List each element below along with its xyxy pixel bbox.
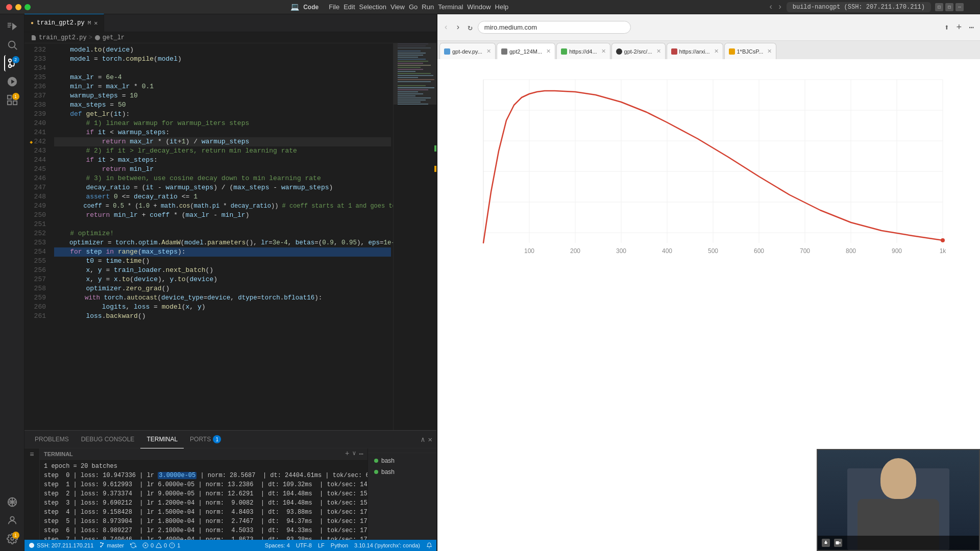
browser-tab-github[interactable]: gpt-2/src/... ✕ [611,43,666,59]
terminal-line-0: step 0 | loss: 10.947336 | lr 3.0000e-05… [44,471,363,480]
help-menu[interactable]: Help [495,3,509,11]
browser-add-tab-icon[interactable]: + [954,20,964,35]
browser-tab-close-6[interactable]: ✕ [767,48,772,55]
status-language[interactable]: Python [331,542,348,548]
video-camera-icon[interactable] [834,539,842,547]
run-menu[interactable]: Run [422,3,434,11]
maximize-button[interactable] [24,4,31,10]
browser-tab-close-3[interactable]: ✕ [601,48,606,55]
split-terminal-icon[interactable]: ∨ [352,449,356,458]
code-editor: 232 233 234 235 236 237 238 239 240 241 … [24,43,436,430]
layout-icon[interactable]: ⊡ [935,3,943,11]
sidebar-item-search[interactable] [4,37,20,53]
panel-tab-problems[interactable]: PROBLEMS [29,431,75,448]
file-menu[interactable]: File [329,3,339,11]
sidebar-item-source-control[interactable]: 2 [4,55,20,71]
sidebar-item-account[interactable] [4,512,20,529]
app-icon: 💻 [290,3,299,11]
status-sync[interactable] [130,542,136,548]
browser-tab-close[interactable]: ✕ [486,48,491,55]
nav-forward-btn[interactable]: › [777,3,782,12]
browser-tab-close-2[interactable]: ✕ [546,48,551,55]
status-errors[interactable]: 0 0 1 [142,542,180,548]
selection-menu[interactable]: Selection [359,3,386,11]
add-terminal-icon[interactable]: + [345,449,349,458]
code-line-236: min_lr = max_lr * 0.1 [54,82,391,91]
svg-text:500: 500 [708,247,718,255]
terminal-session-1[interactable]: bash [368,455,436,466]
browser-tab-close-4[interactable]: ✕ [656,48,661,55]
browser-back-icon[interactable]: ‹ [442,21,451,34]
browser-tab-close-5[interactable]: ✕ [714,48,719,55]
status-encoding[interactable]: UTF-8 [296,542,312,548]
terminal-session-dot [374,470,378,474]
panel-tab-debug-console[interactable]: DEBUG CONSOLE [75,431,141,448]
window-menu[interactable]: Window [467,3,491,11]
terminal-output[interactable]: TERMINAL + ∨ ⋯ 1 epoch = 20 batches step… [40,448,368,540]
line-number: 238 [24,101,46,110]
browser-tab-img[interactable]: 1*BJCsP... ✕ [724,43,777,59]
panel-tab-terminal[interactable]: TERMINAL [140,431,184,448]
traffic-lights [6,4,31,10]
code-line-254: for step in range(max_steps): [54,247,391,257]
terminal-log-icon[interactable]: ≡ [30,450,34,459]
status-remote[interactable]: SSH: 207.211.170.211 [29,542,93,548]
address-bar[interactable]: build-nanogpt (SSH: 207.211.170.211) [787,2,931,12]
breadcrumb-symbol[interactable]: get_lr [103,34,125,41]
sidebar-item-extensions[interactable]: 1 [4,92,20,108]
more-icon[interactable]: ⋯ [955,3,964,11]
chevron-up-icon[interactable]: ∧ [421,435,425,444]
browser-tab-icon-img [729,48,735,55]
browser-url-bar[interactable]: miro.medium.com [478,21,631,34]
sidebar-item-explorer[interactable] [4,18,20,35]
browser-tab-arxiv[interactable]: https://arxi... ✕ [667,43,723,59]
browser-forward-icon[interactable]: › [454,21,463,34]
terminal-content[interactable]: 1 epoch = 20 batches step 0 | loss: 10.9… [40,460,368,540]
code-line-260: logits, loss = model(x, y) [54,303,391,312]
terminal-more-icon[interactable]: ⋯ [359,449,363,458]
breadcrumb-file[interactable]: train_gpt2.py [39,34,87,41]
terminal-session-2-label: bash [381,468,395,475]
terminal-session-2[interactable]: bash [368,466,436,478]
status-branch[interactable]: master [100,542,124,548]
sidebar-item-remote-explorer[interactable] [4,494,20,510]
line-number: 239 [24,110,46,119]
tab-close-icon[interactable]: ✕ [94,19,97,27]
terminal-line-6: step 6 | loss: 8.989227 | lr 2.1000e-04 … [44,526,363,535]
browser-tab-gptdev[interactable]: gpt-dev.py... ✕ [439,43,496,59]
video-mic-icon[interactable] [822,539,830,547]
browser-tab-gpt2-124m[interactable]: gpt2_124M... ✕ [497,43,555,59]
status-branch-label: master [107,542,124,548]
sidebar-item-settings[interactable]: 1 [4,531,20,547]
line-number: 248 [24,192,46,202]
browser-tab-icon-d4 [561,48,567,55]
close-button[interactable] [6,4,12,10]
split-icon[interactable]: ⊟ [945,3,953,11]
browser-tab-d4[interactable]: https://d4... ✕ [556,43,610,59]
close-panel-icon[interactable]: ✕ [428,435,432,444]
code-line-246: # 3) in between, use cosine decay down t… [54,174,391,183]
status-notifications[interactable] [426,542,432,548]
status-line-ending[interactable]: LF [318,542,325,548]
line-number: 260 [24,303,46,312]
minimize-button[interactable] [15,4,21,10]
browser-refresh-icon[interactable]: ↻ [465,20,475,35]
status-version[interactable]: 3.10.14 ('pytorchx': conda) [354,542,420,548]
tab-train-gpt2[interactable]: ● train_gpt2.py M ✕ [24,14,104,32]
nav-back-btn[interactable]: ‹ [769,3,774,12]
browser-tab-icon-arxiv [671,48,677,55]
browser-tab-icon-gptdev [444,48,450,55]
status-spaces[interactable]: Spaces: 4 [265,542,290,548]
panel-tab-ports[interactable]: PORTS 1 [184,431,227,448]
line-number-242: ⬥242 [24,137,46,146]
browser-share-icon[interactable]: ⬆ [942,20,951,35]
browser-more-icon[interactable]: ⋯ [967,20,976,35]
code-content[interactable]: model.to(device) model = torch.compile(m… [50,43,393,430]
browser-tab-label: gpt-dev.py... [452,48,482,55]
edit-menu[interactable]: Edit [344,3,355,11]
terminal-menu[interactable]: Terminal [438,3,463,11]
minimap-slider[interactable] [394,43,436,105]
go-menu[interactable]: Go [409,3,418,11]
view-menu[interactable]: View [390,3,405,11]
sidebar-item-run-debug[interactable] [4,73,20,90]
